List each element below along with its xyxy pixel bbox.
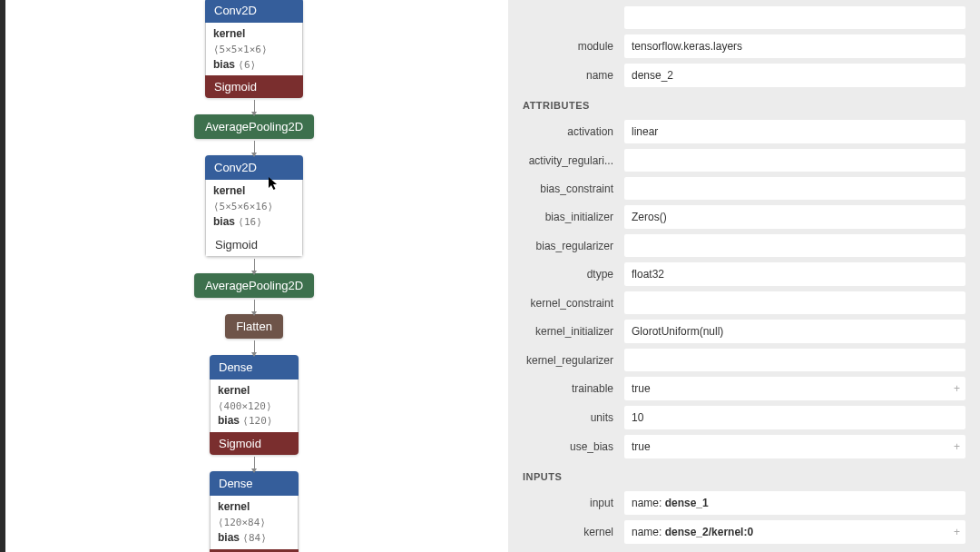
prop-field[interactable] [624,149,965,172]
prop-row: name dense_2 [523,64,965,87]
node-activation: Sigmoid [205,75,303,98]
prop-label: module [523,40,624,53]
prop-row: kernel_constraint [523,291,965,314]
node-conv2d-1[interactable]: Conv2D kernel ⟨5×5×1×6⟩ bias ⟨6⟩ Sigmoid [205,0,303,98]
node-dense-2[interactable]: Dense kernel ⟨120×84⟩ bias ⟨84⟩ Sigmoid [210,471,299,552]
prop-field[interactable]: float32 [624,262,965,286]
prop-label: bias_regularizer [523,240,624,252]
prop-row: trainabletrue+ [523,377,965,400]
prop-field[interactable] [624,349,965,371]
edge [254,300,255,312]
node-title: Conv2D [205,0,303,23]
prop-field[interactable]: true+ [624,435,965,458]
expand-plus-icon[interactable]: + [954,382,960,395]
node-params: kernel ⟨120×84⟩ bias ⟨84⟩ [210,496,299,548]
prop-row: kernel_initializerGlorotUniform(null) [523,320,965,343]
node-activation: Sigmoid [210,549,299,552]
node-avgpool-1[interactable]: AveragePooling2D [194,114,314,139]
prop-field[interactable]: name: dense_2/kernel:0+ [624,520,965,544]
prop-row: activity_regulari... [523,149,965,172]
prop-row: bias_initializerZeros() [523,205,965,229]
prop-row: use_biastrue+ [523,435,965,458]
node-flatten[interactable]: Flatten [225,314,283,339]
prop-label: trainable [523,382,624,395]
prop-field[interactable] [624,177,965,200]
prop-row: inputname: dense_1 [523,491,965,515]
edge [254,340,255,353]
prop-label: use_bias [523,440,624,453]
prop-label: bias_initializer [523,211,624,223]
prop-label: activity_regulari... [523,154,624,167]
edge [254,100,255,113]
node-dense-1[interactable]: Dense kernel ⟨400×120⟩ bias ⟨120⟩ Sigmoi… [210,355,299,455]
node-title: Dense [210,355,299,380]
prop-row: activationlinear [523,120,965,143]
prop-row: dtypefloat32 [523,262,965,286]
node-params: kernel ⟨5×5×6×16⟩ bias ⟨16⟩ [205,180,303,232]
prop-field-blank[interactable] [624,6,965,29]
prop-row: bias_constraint [523,177,965,200]
node-conv2d-2[interactable]: Conv2D kernel ⟨5×5×6×16⟩ bias ⟨16⟩ Sigmo… [205,155,303,256]
prop-label: dtype [523,268,624,281]
graph-canvas[interactable]: Conv2D kernel ⟨5×5×1×6⟩ bias ⟨6⟩ Sigmoid… [0,0,508,552]
prop-row: kernel_regularizer [523,349,965,371]
prop-field[interactable] [624,291,965,314]
graph-panel[interactable]: Conv2D kernel ⟨5×5×1×6⟩ bias ⟨6⟩ Sigmoid… [0,0,508,552]
node-activation: Sigmoid [210,432,299,455]
prop-label: activation [523,125,624,138]
edge [254,259,255,271]
prop-field[interactable]: 10 [624,406,965,429]
prop-row: kernelname: dense_2/kernel:0+ [523,520,965,544]
node-title: Dense [210,471,299,496]
prop-field[interactable]: Zeros() [624,205,965,229]
prop-field[interactable]: name: dense_1 [624,491,965,515]
prop-label: bias_constraint [523,182,624,195]
node-params: kernel ⟨400×120⟩ bias ⟨120⟩ [210,380,299,432]
prop-field[interactable] [624,234,965,257]
prop-field[interactable]: GlorotUniform(null) [624,320,965,343]
prop-label: kernel_regularizer [523,354,624,367]
edge [254,141,255,153]
node-title: Conv2D [205,155,303,180]
section-header-attributes: ATTRIBUTES [523,100,965,111]
prop-row: module tensorflow.keras.layers [523,34,965,58]
prop-row: bias_regularizer [523,234,965,257]
prop-field[interactable]: true+ [624,377,965,400]
prop-row: units10 [523,406,965,429]
prop-label: kernel [523,526,624,538]
expand-plus-icon[interactable]: + [954,440,960,453]
expand-plus-icon[interactable]: + [954,526,960,538]
prop-label: kernel_initializer [523,325,624,338]
prop-field-name[interactable]: dense_2 [624,64,965,87]
prop-label: name [523,69,624,82]
prop-label: kernel_constraint [523,297,624,310]
node-activation: Sigmoid [205,233,303,257]
prop-label: units [523,411,624,424]
section-header-inputs: INPUTS [523,471,965,482]
prop-field-module[interactable]: tensorflow.keras.layers [624,34,965,58]
edge [254,457,255,469]
properties-panel[interactable]: module tensorflow.keras.layers name dens… [508,0,980,552]
prop-label: input [523,497,624,509]
node-avgpool-2[interactable]: AveragePooling2D [194,273,314,298]
node-params: kernel ⟨5×5×1×6⟩ bias ⟨6⟩ [205,23,303,75]
prop-field[interactable]: linear [624,120,965,143]
